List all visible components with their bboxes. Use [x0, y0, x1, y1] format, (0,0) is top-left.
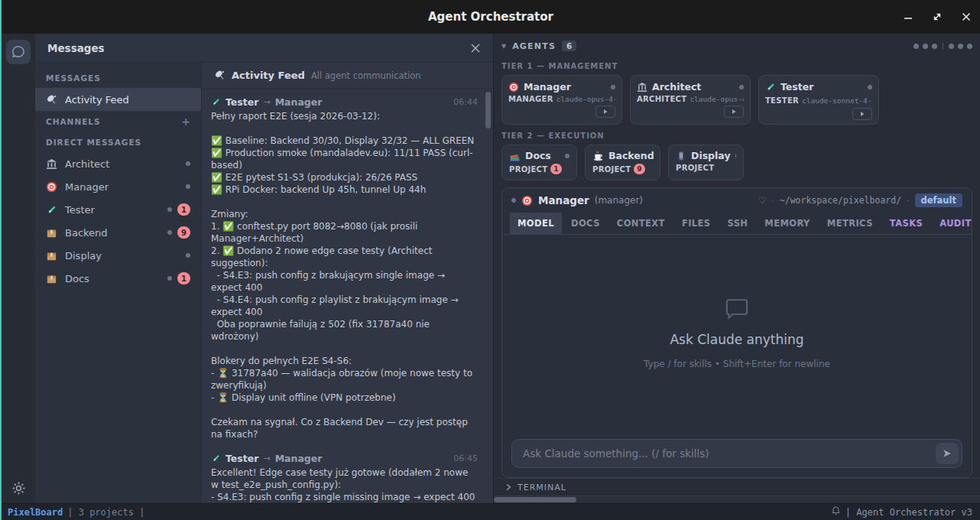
package-icon — [46, 250, 57, 262]
run-agent-button[interactable] — [724, 106, 744, 118]
agent-detail-panel: Manager (manager) ♡ · ~/workspace/pixelb… — [501, 187, 972, 478]
tab-memory[interactable]: MEMORY — [757, 213, 817, 234]
tab-ssh[interactable]: SSH — [719, 213, 755, 234]
sidebar-item-activity-feed[interactable]: Activity Feed — [35, 88, 201, 111]
message-recipient: Manager — [275, 453, 323, 464]
sidebar-item-tester[interactable]: Tester 1 — [35, 198, 201, 221]
classical-building-icon — [637, 82, 647, 93]
play-icon — [859, 111, 865, 117]
status-dot — [967, 44, 972, 49]
run-agent-button[interactable] — [852, 108, 872, 120]
presence-dot — [186, 161, 190, 166]
presence-dot — [167, 230, 172, 235]
tier1-label: TIER 1 — MANAGEMENT — [501, 62, 972, 70]
agent-card-backend[interactable]: Backend PROJECT 9 — [585, 145, 660, 180]
add-channel-button[interactable]: + — [181, 115, 190, 128]
chat-input-row — [502, 433, 972, 477]
sidebar-item-docs[interactable]: Docs 1 — [35, 267, 201, 290]
agent-role: PROJECT — [676, 164, 714, 172]
titlebar: Agent Orchestrator — [2, 0, 980, 34]
sidebar-item-display[interactable]: Display — [35, 244, 201, 267]
agents-header[interactable]: ▼ AGENTS 6 — [501, 37, 972, 55]
target-icon — [521, 195, 533, 206]
satellite-dish-icon — [46, 94, 57, 106]
run-agent-button[interactable] — [595, 106, 615, 118]
messages-rail-button[interactable] — [6, 40, 31, 64]
message-timestamp: 06:45 — [453, 453, 478, 463]
detail-agent-role: (manager) — [595, 195, 643, 206]
feed-subtitle: All agent communication — [311, 70, 421, 81]
status-dot — [923, 44, 928, 49]
sidebar-item-label: Display — [65, 250, 102, 262]
agent-card-docs[interactable]: Docs PROJECT 1 — [501, 145, 577, 180]
presence-dot — [739, 85, 744, 89]
tab-docs[interactable]: DOCS — [563, 213, 608, 234]
sidebar-item-label: Manager — [65, 181, 109, 193]
minimize-icon — [904, 12, 913, 21]
presence-dot — [186, 253, 190, 258]
agent-detail-header: Manager (manager) ♡ · ~/workspace/pixelb… — [502, 188, 972, 213]
window-title: Agent Orchestrator — [428, 10, 553, 24]
message-sender: Tester — [226, 96, 258, 108]
feed-scrollbar-thumb[interactable] — [485, 92, 491, 128]
session-badge[interactable]: default — [915, 193, 962, 207]
app-body: Messages MESSAGES Activity Feed CHANNELS… — [2, 34, 980, 503]
unread-badge: 1 — [177, 272, 190, 284]
unread-badge: 9 — [177, 226, 190, 239]
agent-card-manager[interactable]: Manager MANAGER claude-opus-4-6 — [501, 75, 622, 125]
feed-message: Tester → Manager 06:44 Pełny raport E2E … — [211, 96, 478, 440]
tier1-cards: Manager MANAGER claude-opus-4-6 Architec… — [501, 75, 972, 125]
presence-dot — [611, 85, 615, 89]
agent-card-display[interactable]: Display PROJECT — [668, 145, 744, 180]
status-bar: PixelBoard | 3 projects | | Agent Orches… — [2, 503, 980, 520]
arrow-icon: → — [263, 97, 270, 107]
agent-card-architect[interactable]: Architect ARCHITECT claude-opus-4-6 — [630, 75, 751, 125]
sidebar-item-label: Docs — [65, 273, 89, 284]
play-icon — [602, 109, 608, 115]
tab-model[interactable]: MODEL — [510, 213, 562, 234]
sidebar-item-label: Architect — [65, 158, 109, 170]
tab-audit[interactable]: AUDIT — [932, 213, 972, 234]
package-icon — [46, 273, 57, 284]
settings-button[interactable] — [11, 481, 26, 499]
close-window-button[interactable] — [962, 10, 971, 24]
coffee-cup-icon — [592, 150, 604, 161]
agent-name: Manager — [524, 81, 571, 93]
tab-metrics[interactable]: METRICS — [819, 213, 881, 234]
satellite-dish-icon — [214, 70, 226, 81]
maximize-button[interactable] — [933, 10, 942, 24]
smartphone-icon — [676, 151, 686, 161]
minimize-button[interactable] — [904, 10, 913, 24]
tab-files[interactable]: FILES — [674, 213, 719, 234]
window-controls — [904, 0, 971, 34]
heart-icon[interactable]: ♡ — [758, 195, 767, 206]
terminal-label: TERMINAL — [518, 483, 566, 492]
send-button[interactable] — [936, 443, 959, 464]
messages-sidebar: MESSAGES Activity Feed CHANNELS + DIRECT… — [35, 63, 202, 503]
send-arrow-icon — [942, 448, 952, 459]
sidebar-item-architect[interactable]: Architect — [35, 152, 201, 175]
gear-icon — [11, 481, 26, 496]
status-dot — [949, 44, 954, 49]
sidebar-item-backend[interactable]: Backend 9 — [35, 221, 201, 244]
tab-context[interactable]: CONTEXT — [609, 213, 673, 234]
ask-claude-input[interactable] — [511, 439, 962, 468]
presence-dot — [186, 184, 190, 189]
agent-card-tester[interactable]: Tester TESTER claude-sonnet-4-6 1 — [758, 75, 879, 125]
agent-name: Tester — [780, 81, 813, 93]
empty-state-hint: Type / for skills • Shift+Enter for newl… — [644, 359, 830, 369]
notifications-button[interactable] — [831, 505, 841, 518]
sidebar-item-manager[interactable]: Manager — [35, 175, 201, 198]
detail-tabs: MODEL DOCS CONTEXT FILES SSH MEMORY METR… — [502, 213, 972, 235]
agent-role: TESTER — [765, 96, 799, 105]
chat-bubble-outline-icon — [725, 298, 748, 320]
chat-bubble-icon — [11, 44, 26, 60]
workspace-path: ~/workspace/pixelboard/ — [780, 195, 901, 206]
horizontal-scrollbar-thumb[interactable] — [494, 497, 576, 502]
terminal-toggle[interactable]: TERMINAL — [494, 478, 980, 496]
messages-panel: Messages MESSAGES Activity Feed CHANNELS… — [35, 34, 494, 503]
feed-title: Activity Feed — [232, 70, 305, 81]
tab-tasks[interactable]: TASKS — [882, 213, 930, 234]
close-messages-button[interactable] — [470, 43, 481, 54]
message-recipient: Manager — [275, 96, 323, 108]
